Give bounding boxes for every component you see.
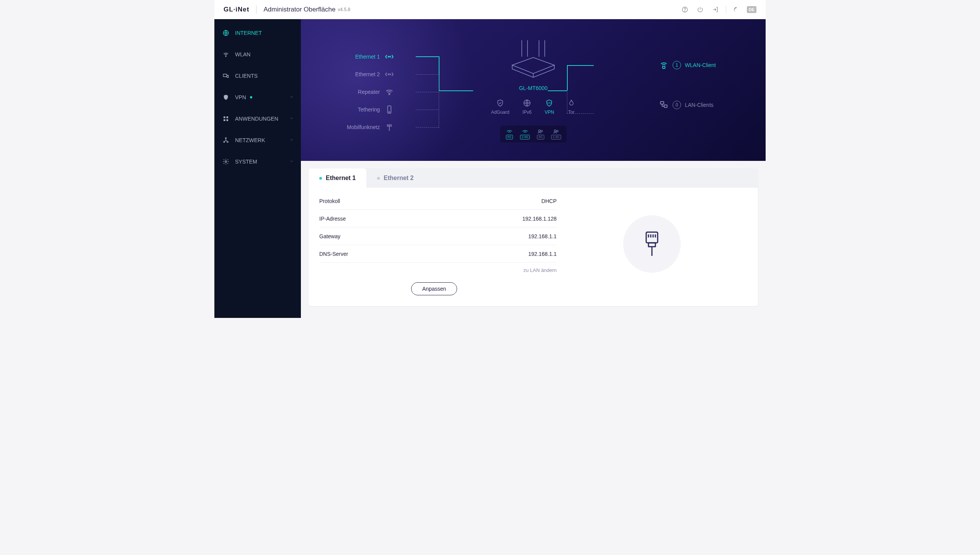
adjust-button[interactable]: Anpassen (411, 282, 457, 295)
radio-band-label: 2.4G (520, 135, 530, 139)
svg-point-31 (554, 130, 556, 132)
svg-point-18 (389, 93, 390, 95)
link-line (548, 90, 567, 91)
svg-point-30 (541, 130, 542, 132)
svg-point-21 (389, 125, 390, 126)
property-row: DNS-Server 192.168.1.1 (319, 245, 557, 263)
radio-band-label: 2.4G (551, 135, 561, 139)
property-value: 192.168.1.1 (528, 251, 557, 257)
svg-point-14 (388, 56, 389, 57)
svg-point-20 (389, 111, 390, 112)
sidebar-item-vpn[interactable]: VPN (214, 87, 301, 108)
svg-rect-8 (224, 120, 225, 121)
wifi-icon (384, 87, 394, 97)
link-line (439, 74, 439, 128)
tab-label: Ethernet 2 (384, 175, 413, 182)
feature-adguard[interactable]: AdGuard (491, 99, 510, 115)
property-key: DNS-Server (319, 251, 348, 257)
brand-logo: GL·iNet (224, 6, 249, 13)
svg-text:VPN: VPN (547, 102, 551, 104)
sidebar: INTERNET WLAN CLIENTS VPN (214, 19, 301, 318)
feature-vpn[interactable]: VPN VPN (545, 99, 554, 115)
client-summary: 1 WLAN-Client 0 LAN-Clients (659, 57, 716, 137)
radio-band-label: 5G (537, 135, 544, 139)
tab-ethernet-2[interactable]: Ethernet 2 (366, 169, 424, 188)
change-to-lan-link[interactable]: zu LAN ändern (319, 267, 557, 273)
conn-label: Ethernet 1 (355, 54, 380, 60)
svg-rect-9 (227, 120, 229, 121)
radio-5g-ap[interactable]: 5G (506, 129, 513, 139)
property-key: Protokoll (319, 198, 340, 204)
sidebar-item-label: WLAN (235, 51, 250, 57)
language-selector[interactable]: DE (747, 6, 756, 13)
svg-rect-6 (224, 116, 225, 118)
sidebar-item-system[interactable]: SYSTEM (214, 151, 301, 172)
connection-properties: Protokoll DHCP IP-Adresse 192.168.1.128 … (319, 192, 557, 295)
wifi-radios: 5G 2.4G 5G 2.4G (500, 126, 567, 142)
tab-ethernet-1[interactable]: Ethernet 1 (309, 169, 366, 188)
radio-2g-guest[interactable]: 2.4G (551, 129, 561, 139)
gear-icon (222, 158, 230, 165)
conn-cellular[interactable]: Mobilfunknetz (347, 118, 394, 136)
theme-icon[interactable] (732, 5, 742, 15)
client-count: 0 (673, 101, 681, 109)
wlan-clients[interactable]: 1 WLAN-Client (659, 57, 716, 73)
link-line (416, 92, 439, 92)
property-value: 192.168.1.1 (528, 233, 557, 239)
sidebar-item-wlan[interactable]: WLAN (214, 44, 301, 65)
power-icon[interactable] (695, 5, 705, 15)
feature-ipv6[interactable]: IPv6 (523, 99, 532, 115)
property-key: IP-Adresse (319, 216, 346, 222)
conn-repeater[interactable]: Repeater (347, 83, 394, 101)
svg-point-3 (225, 56, 226, 57)
phone-icon (384, 105, 394, 115)
svg-point-29 (539, 130, 541, 132)
client-label: LAN-Clients (685, 102, 714, 108)
conn-ethernet-2[interactable]: Ethernet 2 (347, 65, 394, 83)
devices-icon (222, 72, 230, 80)
chevron-down-icon (289, 137, 294, 143)
property-row: Gateway 192.168.1.1 (319, 228, 557, 245)
link-line (567, 65, 594, 66)
sidebar-item-netzwerk[interactable]: NETZWERK (214, 129, 301, 151)
router-device[interactable]: GL-MT6000 (508, 38, 558, 91)
feature-label: AdGuard (491, 110, 510, 115)
svg-rect-4 (223, 74, 227, 77)
property-row: Protokoll DHCP (319, 192, 557, 210)
radio-5g-guest[interactable]: 5G (537, 129, 544, 139)
status-dot-icon (377, 177, 380, 180)
svg-point-17 (390, 74, 390, 75)
conn-label: Ethernet 2 (355, 71, 380, 77)
sidebar-item-label: ANWENDUNGEN (235, 116, 278, 122)
conn-tethering[interactable]: Tethering (347, 101, 394, 118)
page-title: Administrator Oberfläche (263, 6, 335, 13)
divider (726, 6, 726, 13)
feature-tor[interactable]: Tor (567, 99, 575, 115)
svg-point-15 (390, 56, 390, 57)
shield-icon (222, 93, 230, 101)
topbar: GL·iNet Administrator Oberfläche v4.5.8 … (214, 0, 766, 19)
connection-details-card: Ethernet 1 Ethernet 2 Protokoll DHCP (309, 169, 758, 306)
svg-rect-5 (227, 75, 229, 78)
sidebar-item-internet[interactable]: INTERNET (214, 22, 301, 44)
ethernet-plug-icon (643, 231, 661, 257)
feature-label: IPv6 (523, 110, 532, 115)
link-line (416, 127, 439, 128)
link-line (567, 65, 568, 90)
sidebar-item-clients[interactable]: CLIENTS (214, 65, 301, 87)
logout-icon[interactable] (710, 5, 720, 15)
help-icon[interactable] (680, 5, 690, 15)
router-icon (508, 38, 558, 80)
conn-ethernet-1[interactable]: Ethernet 1 (347, 48, 394, 65)
link-line (416, 110, 439, 110)
sidebar-item-anwendungen[interactable]: ANWENDUNGEN (214, 108, 301, 129)
radio-2g-ap[interactable]: 2.4G (520, 129, 530, 139)
status-dot-icon (319, 177, 322, 180)
chevron-down-icon (289, 94, 294, 100)
topology-diagram: Ethernet 1 Ethernet 2 Repeater Teth (301, 19, 766, 161)
lan-clients[interactable]: 0 LAN-Clients (659, 97, 716, 113)
link-line (416, 56, 439, 57)
wifi-device-icon (659, 60, 669, 70)
feature-label: VPN (545, 110, 554, 115)
property-key: Gateway (319, 233, 340, 239)
